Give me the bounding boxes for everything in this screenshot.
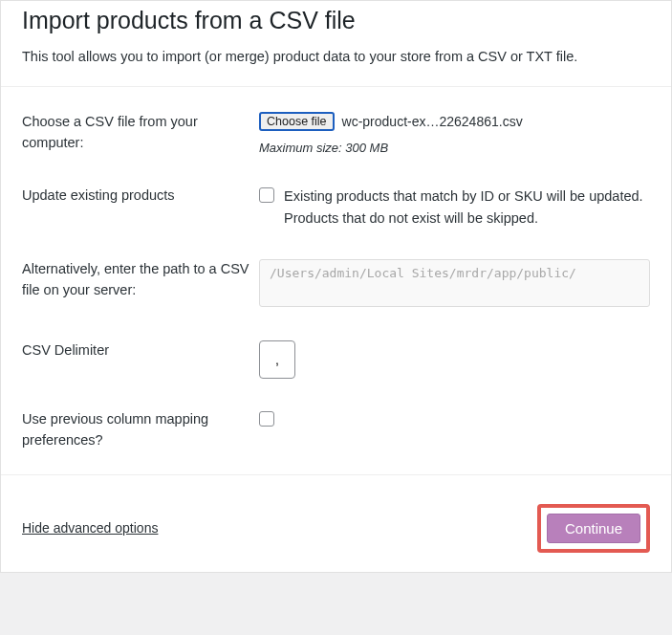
- update-existing-row: Update existing products Existing produc…: [22, 170, 650, 244]
- card-header: Import products from a CSV file This too…: [1, 1, 671, 86]
- card-footer: Hide advanced options Continue: [1, 474, 671, 572]
- update-existing-description: Existing products that match by ID or SK…: [284, 186, 650, 229]
- server-path-input[interactable]: [259, 259, 650, 307]
- delimiter-row: CSV Delimiter: [22, 325, 650, 394]
- delimiter-label: CSV Delimiter: [22, 340, 259, 361]
- hide-advanced-link[interactable]: Hide advanced options: [22, 520, 158, 536]
- continue-button[interactable]: Continue: [547, 514, 640, 543]
- choose-file-label: Choose a CSV file from your computer:: [22, 112, 259, 154]
- import-card: Import products from a CSV file This too…: [0, 0, 672, 573]
- choose-file-row: Choose a CSV file from your computer: Ch…: [22, 97, 650, 170]
- previous-mapping-label: Use previous column mapping preferences?: [22, 409, 259, 451]
- continue-highlight: Continue: [537, 504, 650, 553]
- server-path-label: Alternatively, enter the path to a CSV f…: [22, 259, 259, 301]
- previous-mapping-checkbox[interactable]: [259, 411, 274, 427]
- page-subtitle: This tool allows you to import (or merge…: [22, 46, 650, 67]
- card-body: Choose a CSV file from your computer: Ch…: [1, 86, 671, 473]
- choose-file-button[interactable]: Choose file: [259, 112, 335, 131]
- server-path-row: Alternatively, enter the path to a CSV f…: [22, 244, 650, 325]
- chosen-file-name: wc-product-ex…22624861.csv: [342, 114, 523, 129]
- update-existing-label: Update existing products: [22, 186, 259, 207]
- previous-mapping-row: Use previous column mapping preferences?: [22, 394, 650, 467]
- page-title: Import products from a CSV file: [22, 7, 650, 34]
- update-existing-checkbox[interactable]: [259, 187, 274, 203]
- delimiter-input[interactable]: [259, 340, 295, 379]
- max-size-hint: Maximum size: 300 MB: [259, 141, 650, 155]
